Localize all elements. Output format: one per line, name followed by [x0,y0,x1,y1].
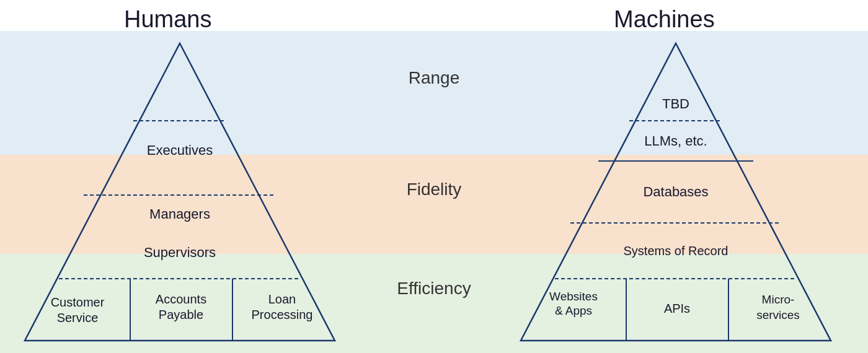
svg-text:Accounts: Accounts [156,292,206,306]
svg-text:TBD: TBD [662,96,689,111]
machines-pyramid: TBD LLMs, etc. Databases Systems of Reco… [508,37,843,344]
svg-text:& Apps: & Apps [555,304,592,317]
svg-text:Supervisors: Supervisors [144,245,216,260]
svg-text:Managers: Managers [149,206,210,222]
svg-text:Processing: Processing [252,308,313,321]
humans-title: Humans [124,6,212,33]
svg-text:Databases: Databases [643,184,708,199]
svg-text:services: services [756,308,800,321]
svg-text:Payable: Payable [159,308,203,321]
svg-text:APIs: APIs [664,302,690,315]
svg-text:Service: Service [57,311,99,325]
machines-title: Machines [614,6,715,33]
svg-text:Customer: Customer [51,295,105,309]
humans-pyramid: Executives Managers Supervisors Customer… [12,37,347,344]
svg-text:Executives: Executives [147,142,213,158]
range-label: Range [360,68,508,88]
efficiency-label: Efficiency [360,279,508,299]
svg-text:Micro-: Micro- [762,293,795,306]
svg-text:Loan: Loan [268,292,296,306]
svg-text:LLMs, etc.: LLMs, etc. [644,133,707,149]
svg-text:Websites: Websites [549,290,598,303]
fidelity-label: Fidelity [360,180,508,199]
svg-text:Systems of Record: Systems of Record [624,244,728,258]
